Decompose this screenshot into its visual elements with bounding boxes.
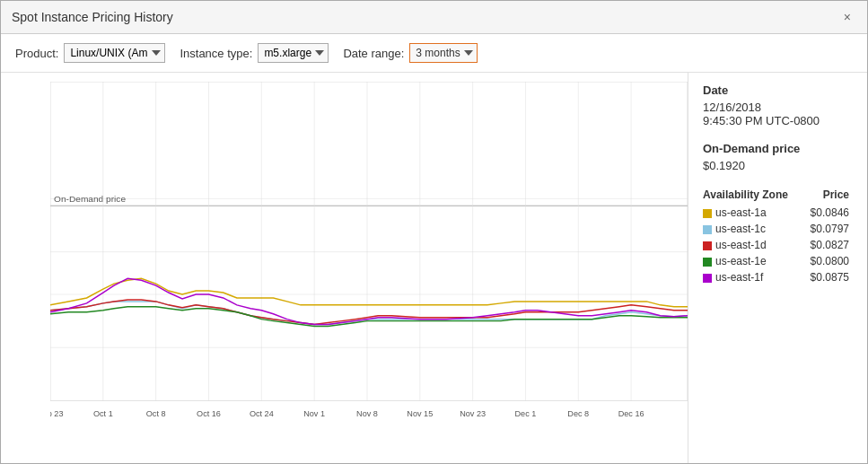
side-panel: Date 12/16/2018 9:45:30 PM UTC-0800 On-D… bbox=[688, 73, 867, 463]
az-color-swatch bbox=[703, 209, 712, 218]
az-section: Availability Zone Price us-east-1a $0.08… bbox=[703, 187, 853, 285]
az-price: $0.0846 bbox=[804, 205, 853, 221]
az-zone: us-east-1c bbox=[703, 221, 804, 237]
product-control: Product: Linux/UNIX (Am bbox=[15, 43, 165, 63]
az-table-row: us-east-1f $0.0875 bbox=[703, 269, 853, 285]
time-value: 9:45:30 PM UTC-0800 bbox=[703, 114, 853, 127]
az-table: Availability Zone Price us-east-1a $0.08… bbox=[703, 187, 853, 285]
az-col-header: Availability Zone bbox=[703, 187, 804, 205]
date-range-select[interactable]: 3 months bbox=[409, 43, 478, 63]
product-label: Product: bbox=[15, 47, 58, 60]
product-select[interactable]: Linux/UNIX (Am bbox=[64, 43, 165, 63]
az-price: $0.0827 bbox=[804, 237, 853, 253]
svg-text:Oct 1: Oct 1 bbox=[93, 409, 113, 418]
instance-type-control: Instance type: m5.xlarge bbox=[180, 43, 329, 63]
svg-text:Dec 16: Dec 16 bbox=[618, 409, 644, 418]
close-button[interactable]: × bbox=[838, 8, 856, 26]
date-value: 12/16/2018 bbox=[703, 101, 853, 114]
main-content: On-Demand price bbox=[1, 73, 867, 463]
svg-text:On-Demand price: On-Demand price bbox=[54, 194, 126, 204]
az-price: $0.0797 bbox=[804, 221, 853, 237]
svg-text:Oct 8: Oct 8 bbox=[146, 409, 166, 418]
instance-label: Instance type: bbox=[180, 47, 252, 60]
price-col-header: Price bbox=[804, 187, 853, 205]
svg-text:Nov 1: Nov 1 bbox=[303, 409, 325, 418]
date-section: Date 12/16/2018 9:45:30 PM UTC-0800 bbox=[703, 83, 853, 127]
price-chart: On-Demand price bbox=[50, 82, 688, 436]
az-table-row: us-east-1d $0.0827 bbox=[703, 237, 853, 253]
instance-select[interactable]: m5.xlarge bbox=[258, 43, 329, 63]
az-price: $0.0800 bbox=[804, 253, 853, 269]
main-window: Spot Instance Pricing History × Product:… bbox=[0, 0, 868, 464]
date-range-control: Date range: 3 months bbox=[343, 43, 478, 63]
az-zone: us-east-1e bbox=[703, 253, 804, 269]
az-color-swatch bbox=[703, 258, 712, 267]
date-title: Date bbox=[703, 83, 853, 97]
az-table-row: us-east-1a $0.0846 bbox=[703, 205, 853, 221]
svg-rect-0 bbox=[50, 82, 688, 401]
on-demand-section: On-Demand price $0.1920 bbox=[703, 142, 853, 172]
az-zone: us-east-1d bbox=[703, 237, 804, 253]
date-range-label: Date range: bbox=[343, 47, 404, 60]
az-color-swatch bbox=[703, 274, 712, 283]
on-demand-value: $0.1920 bbox=[703, 159, 853, 172]
az-table-row: us-east-1c $0.0797 bbox=[703, 221, 853, 237]
title-bar: Spot Instance Pricing History × bbox=[1, 1, 867, 34]
svg-text:Dec 8: Dec 8 bbox=[567, 409, 589, 418]
az-color-swatch bbox=[703, 241, 712, 250]
on-demand-title: On-Demand price bbox=[703, 142, 853, 155]
az-color-swatch bbox=[703, 225, 712, 234]
window-title: Spot Instance Pricing History bbox=[12, 10, 173, 24]
svg-text:Nov 23: Nov 23 bbox=[460, 409, 486, 418]
svg-text:Oct 24: Oct 24 bbox=[250, 409, 274, 418]
az-zone: us-east-1a bbox=[703, 205, 804, 221]
az-table-row: us-east-1e $0.0800 bbox=[703, 253, 853, 269]
controls-bar: Product: Linux/UNIX (Am Instance type: m… bbox=[1, 34, 867, 73]
az-price: $0.0875 bbox=[804, 269, 853, 285]
svg-text:Nov 8: Nov 8 bbox=[356, 409, 378, 418]
svg-text:Dec 1: Dec 1 bbox=[515, 409, 537, 418]
az-zone: us-east-1f bbox=[703, 269, 804, 285]
chart-area: On-Demand price bbox=[1, 73, 688, 463]
svg-text:Oct 16: Oct 16 bbox=[197, 409, 221, 418]
svg-text:Nov 15: Nov 15 bbox=[407, 409, 433, 418]
svg-text:Sep 23: Sep 23 bbox=[50, 409, 63, 418]
